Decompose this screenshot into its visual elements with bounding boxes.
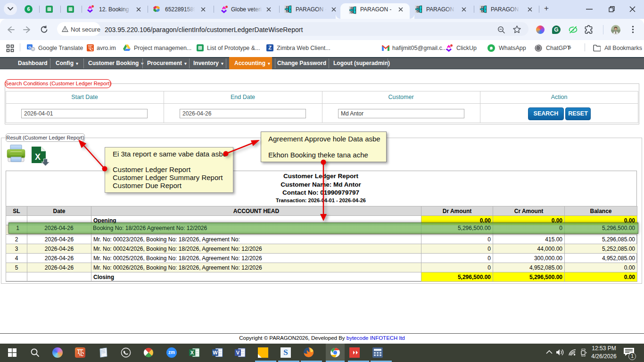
svg-text:X: X	[190, 350, 194, 355]
svg-text:G: G	[28, 45, 31, 49]
svg-text:W: W	[213, 350, 218, 355]
svg-text:V: V	[236, 350, 240, 355]
